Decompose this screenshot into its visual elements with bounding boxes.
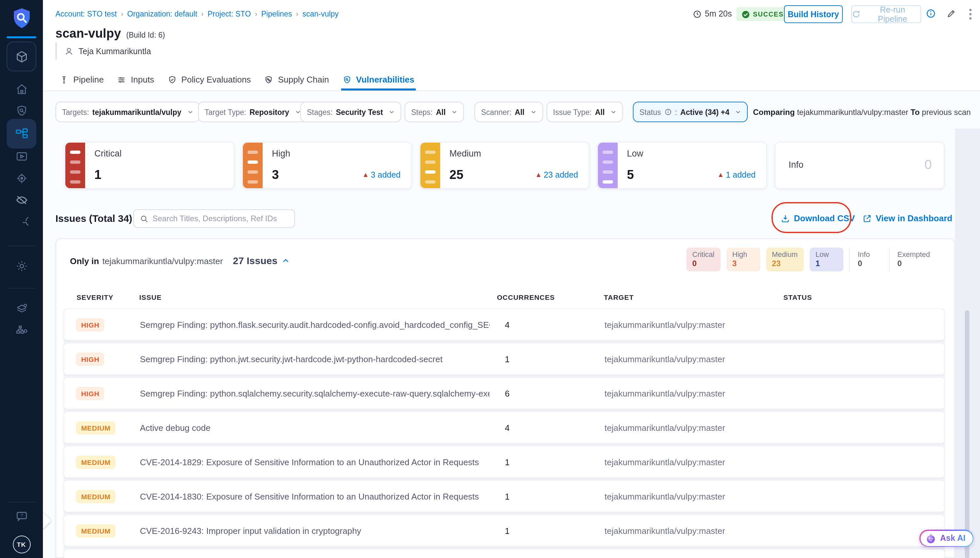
filter-targets[interactable]: Targets:tejakummarikuntla/vulpy — [56, 102, 200, 122]
sidebar-scans-shield-icon[interactable] — [15, 104, 28, 118]
severity-badge: HIGH — [76, 318, 105, 331]
table-row[interactable]: HIGH Semgrep Finding: python.sqlalchemy.… — [63, 377, 945, 409]
info-circle-icon[interactable] — [926, 8, 936, 18]
trigger-author: Teja Kummarikuntla — [79, 46, 151, 56]
sidebar-pipelines-item-active[interactable] — [7, 119, 36, 149]
inputs-sliders-icon — [117, 75, 126, 84]
occurrences-count: 4 — [505, 320, 509, 330]
group-only-in-label: Only in — [70, 256, 99, 266]
sidebar-targets-icon[interactable] — [15, 172, 28, 185]
view-in-dashboard-button[interactable]: View in Dashboard — [862, 213, 952, 223]
triangle-up-icon — [719, 173, 723, 177]
author-timeline-line — [56, 42, 56, 59]
svg-text:?: ? — [20, 513, 23, 518]
user-avatar[interactable]: TK — [13, 535, 30, 553]
table-row[interactable]: HIGH Semgrep Finding: python.flask.secur… — [63, 309, 945, 341]
breadcrumb-organization[interactable]: Organization: default — [128, 10, 197, 18]
breadcrumb-project[interactable]: Project: STO — [208, 10, 251, 18]
severity-card-low: Low 5 1 added — [597, 142, 767, 189]
module-switcher-cube-icon[interactable] — [7, 42, 36, 71]
issue-target: tejakummarikuntla/vulpy:master — [604, 526, 725, 535]
breadcrumb-current[interactable]: scan-vulpy — [302, 10, 339, 18]
issue-target: tejakummarikuntla/vulpy:master — [604, 457, 725, 467]
issue-title: Semgrep Finding: python.flask.security.a… — [140, 320, 490, 330]
occurrences-count: 4 — [505, 423, 509, 433]
collapse-chevron-up-icon[interactable] — [282, 257, 290, 265]
more-options-kebab-icon[interactable] — [969, 8, 972, 20]
chip-high: High3 — [726, 248, 760, 271]
column-header-status: STATUS — [783, 293, 812, 301]
rerun-pipeline-button[interactable]: Re-run Pipeline — [851, 5, 921, 23]
issues-total-title: Issues (Total 34) — [56, 213, 133, 224]
chevron-down-icon — [452, 109, 458, 115]
chip-low: Low1 — [810, 248, 843, 271]
tab-supply-chain[interactable]: Supply Chain — [263, 69, 330, 90]
issues-search-input[interactable] — [152, 214, 288, 223]
comparing-label: Comparing tejakummarikuntla/vulpy:master… — [753, 108, 971, 117]
search-icon — [140, 214, 149, 223]
filter-scanner[interactable]: Scanner:All — [474, 102, 543, 122]
scrollbar-thumb[interactable] — [965, 310, 969, 558]
ask-ai-button[interactable]: Ask AI — [919, 530, 974, 547]
severity-gauge-icon — [420, 143, 440, 188]
sidebar-baselines-icon[interactable] — [15, 216, 28, 229]
sidebar-settings-gear-icon[interactable] — [15, 259, 28, 273]
filter-steps[interactable]: Steps:All — [404, 102, 464, 122]
issue-title: Active debug code — [140, 423, 211, 433]
build-history-button[interactable]: Build History — [784, 5, 843, 23]
sidebar-executions-icon[interactable] — [15, 150, 28, 163]
edit-pencil-icon[interactable] — [946, 8, 956, 18]
filter-stages[interactable]: Stages:Security Test — [300, 102, 402, 122]
person-icon — [64, 46, 74, 56]
table-row[interactable]: MEDIUM CVE-2014-1830: Exposure of Sensit… — [63, 480, 945, 512]
severity-badge: MEDIUM — [76, 490, 116, 503]
table-row[interactable]: MEDIUM CVE-2016-9243: Improper input val… — [63, 514, 945, 547]
tab-pipeline[interactable]: Pipeline — [58, 69, 105, 90]
filter-target-type[interactable]: Target Type:Repository — [198, 102, 308, 122]
page-title: scan-vulpy — [56, 26, 121, 41]
issue-title: CVE-2014-1830: Exposure of Sensitive Inf… — [140, 491, 479, 501]
issue-title: Semgrep Finding: python.jwt.security.jwt… — [140, 354, 442, 364]
table-row[interactable]: MEDIUM Active debug code 4 tejakummariku… — [63, 411, 945, 444]
sidebar-home-icon[interactable] — [15, 82, 28, 96]
filter-status-active[interactable]: Status : Active (34) +4 — [633, 102, 748, 122]
issues-search — [133, 209, 295, 228]
column-header-issue: ISSUE — [139, 293, 162, 301]
breadcrumb-pipelines[interactable]: Pipelines — [261, 10, 292, 18]
chip-critical: Critical0 — [686, 248, 720, 271]
tab-inputs[interactable]: Inputs — [116, 69, 156, 90]
table-row[interactable]: HIGH Semgrep Finding: python.jwt.securit… — [63, 343, 945, 375]
triangle-up-icon — [537, 173, 540, 177]
sidebar-exemptions-eye-off-icon[interactable] — [15, 193, 28, 207]
table-row-partial[interactable]: MEDIUM CVE-2017-11424: PyJWT vulnerable … — [63, 549, 945, 558]
info-circle-icon — [664, 108, 671, 116]
sidebar-divider — [8, 246, 35, 246]
occurrences-count: 6 — [505, 388, 509, 398]
sidebar-divider — [8, 502, 35, 502]
sidebar: ? TK — [0, 0, 43, 558]
tab-vulnerabilities[interactable]: Vulnerabilities — [341, 69, 416, 90]
tab-policy-evaluations[interactable]: Policy Evaluations — [166, 69, 252, 90]
sidebar-help-chat-icon[interactable]: ? — [15, 509, 28, 524]
download-csv-button[interactable]: Download CSV — [781, 213, 855, 223]
refresh-icon — [852, 10, 861, 18]
sidebar-divider — [8, 288, 35, 289]
sidebar-default-settings-layers-icon[interactable] — [15, 302, 28, 315]
sto-shield-logo-icon — [11, 7, 32, 30]
shield-check-icon — [167, 75, 177, 84]
group-issue-count: 27 Issues — [233, 255, 278, 266]
ask-ai-mascot-icon — [925, 533, 936, 544]
table-row[interactable]: MEDIUM CVE-2014-1829: Exposure of Sensit… — [63, 446, 945, 478]
sidebar-org-settings-network-icon[interactable] — [15, 323, 28, 337]
column-header-target: TARGET — [604, 293, 634, 301]
filter-issue-type[interactable]: Issue Type:All — [546, 102, 623, 122]
chevron-down-icon — [530, 109, 536, 115]
severity-card-high: High 3 3 added — [242, 142, 412, 189]
severity-summary-chips: Critical0 High3 Medium23 Low1 Info0 Exem… — [686, 248, 936, 271]
severity-card-critical: Critical 1 — [65, 142, 234, 189]
breadcrumb-separator: › — [296, 10, 298, 18]
breadcrumb-account[interactable]: Account: STO test — [56, 10, 117, 18]
chevron-down-icon — [187, 109, 193, 115]
tab-bar: Pipeline Inputs Policy Evaluations Suppl… — [43, 69, 980, 91]
issue-target: tejakummarikuntla/vulpy:master — [604, 354, 725, 364]
